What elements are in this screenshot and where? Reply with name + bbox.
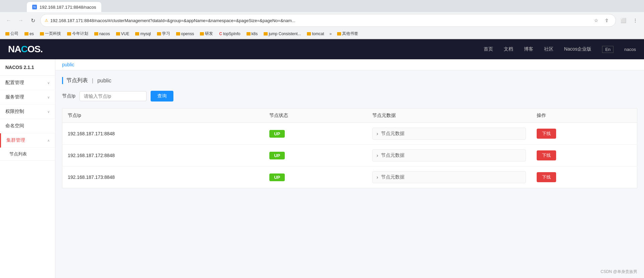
expand-arrow-icon: › (377, 131, 378, 136)
search-button[interactable]: 查询 (151, 91, 173, 101)
sidebar-item-auth[interactable]: 权限控制 ∨ (0, 105, 55, 119)
csdn-icon: C (219, 31, 222, 36)
meta-data-label-3: 节点元数据 (381, 174, 405, 180)
more-bookmarks-button[interactable]: » (327, 31, 334, 37)
expand-arrow-icon: › (377, 153, 378, 158)
search-label: 节点Ip (62, 93, 75, 99)
bookmark-study[interactable]: 学习 (154, 30, 173, 37)
bookmark-label: tomcat (312, 31, 324, 36)
page-title: 节点列表 (66, 77, 88, 84)
browser-tabs-bar: N 192.168.187.171:8848/nacos (0, 0, 644, 12)
bookmark-k8s[interactable]: k8s (244, 31, 261, 37)
bookmark-label: mysql (140, 31, 151, 36)
node-meta-3: › 节点元数据 (367, 166, 531, 188)
status-badge-2: UP (269, 152, 285, 159)
nav-blog[interactable]: 博客 (524, 46, 533, 52)
tab-favicon: N (32, 5, 37, 9)
bookmark-label: 今年计划 (72, 31, 88, 37)
bookmark-star-button[interactable]: ☆ (591, 16, 601, 25)
lock-icon: ⚠ (45, 18, 48, 23)
breadcrumb-namespace: public (62, 62, 74, 67)
node-action-3: 下线 (531, 166, 637, 188)
main-content: public 节点列表 | public 节点Ip 查询 (55, 59, 644, 278)
bookmark-label: 研发 (205, 31, 213, 37)
folder-icon (247, 32, 251, 36)
bookmark-mysql[interactable]: mysql (132, 31, 153, 37)
nav-docs[interactable]: 文档 (504, 46, 513, 52)
sidebar-label-namespace: 命名空间 (5, 123, 24, 129)
bookmark-label: nacos (99, 31, 110, 36)
folder-icon (264, 32, 268, 36)
bookmark-other[interactable]: 其他书签 (334, 30, 361, 37)
bookmark-label: topSpInfo (223, 31, 240, 36)
tab-title: 192.168.187.171:8848/nacos (40, 5, 96, 10)
nav-community[interactable]: 社区 (544, 46, 553, 52)
meta-data-box-2[interactable]: › 节点元数据 (372, 149, 526, 161)
node-ip-input[interactable] (79, 91, 147, 101)
sidebar-label-config: 配置管理 (5, 80, 24, 86)
share-button[interactable]: ⇪ (602, 16, 611, 25)
bookmark-nacos[interactable]: nacos (92, 31, 113, 37)
folder-icon (176, 32, 180, 36)
menu-button[interactable]: ⋮ (631, 16, 640, 25)
bookmark-label: 公司 (10, 31, 18, 37)
table-row: 192.168.187.172:8848 UP › 节点元数据 (62, 145, 637, 166)
back-button[interactable]: ← (4, 16, 13, 25)
offline-button-1[interactable]: 下线 (537, 129, 556, 139)
bar-icons: ☆ ⇪ (591, 16, 611, 25)
node-meta-1: › 节点元数据 (367, 123, 531, 145)
folder-icon (67, 32, 71, 36)
meta-data-box-3[interactable]: › 节点元数据 (372, 171, 526, 183)
bookmark-label: k8s (252, 31, 258, 36)
chevron-down-icon: ∨ (47, 95, 50, 99)
bookmark-jump[interactable]: jump Consistent... (261, 31, 304, 37)
folder-icon (94, 32, 98, 36)
user-button[interactable]: nacos (624, 47, 636, 52)
folder-icon (135, 32, 139, 36)
search-bar: 节点Ip 查询 (62, 91, 637, 101)
folder-icon (24, 32, 29, 36)
bookmark-yiye[interactable]: 一页科技 (37, 30, 64, 37)
breadcrumb-bar: public (55, 59, 644, 70)
bookmark-openss[interactable]: openss (173, 31, 197, 37)
bookmark-es[interactable]: es (22, 31, 37, 37)
page-namespace-label: public (97, 78, 111, 84)
meta-data-label-1: 节点元数据 (381, 131, 405, 137)
nav-enterprise[interactable]: Nacos企业版 (564, 46, 592, 52)
bookmark-gongsi[interactable]: 公司 (3, 30, 21, 37)
bookmark-plan[interactable]: 今年计划 (64, 30, 91, 37)
status-badge-1: UP (269, 130, 285, 138)
active-tab[interactable]: N 192.168.187.171:8848/nacos (27, 2, 101, 12)
chevron-up-icon: ∧ (47, 139, 50, 142)
meta-data-box-1[interactable]: › 节点元数据 (372, 128, 526, 140)
sidebar-item-service[interactable]: 服务管理 ∨ (0, 90, 55, 105)
sidebar-item-namespace[interactable]: 命名空间 (0, 119, 55, 133)
table-header-row: 节点Ip 节点状态 节点元数据 操作 (62, 109, 637, 123)
folder-icon (116, 32, 120, 36)
address-text: 192.168.187.171:8848/nacos/#/clusterMana… (50, 18, 589, 23)
address-bar[interactable]: ⚠ 192.168.187.171:8848/nacos/#/clusterMa… (40, 14, 616, 27)
forward-button[interactable]: → (16, 16, 25, 25)
bookmark-vue[interactable]: VUE (113, 31, 132, 37)
folder-icon (337, 32, 341, 36)
nav-home[interactable]: 首页 (484, 46, 493, 52)
offline-button-3[interactable]: 下线 (537, 172, 556, 182)
refresh-button[interactable]: ↻ (28, 16, 38, 25)
table-row: 192.168.187.173:8848 UP › 节点元数据 (62, 166, 637, 188)
sidebar-item-config[interactable]: 配置管理 ∨ (0, 76, 55, 90)
bookmark-label: 其他书签 (342, 31, 358, 37)
header-nav: 首页 文档 博客 社区 Nacos企业版 En nacos (484, 46, 636, 53)
sidebar-item-node-list[interactable]: 节点列表 (0, 148, 55, 161)
content-area: 节点列表 | public 节点Ip 查询 节点Ip 节点状态 (55, 70, 644, 195)
nodes-table: 节点Ip 节点状态 节点元数据 操作 192.168.187.171:8848 … (62, 108, 637, 188)
browser-bar: ← → ↻ ⚠ 192.168.187.171:8848/nacos/#/clu… (0, 12, 644, 29)
sidebar-item-cluster[interactable]: 集群管理 ∧ (0, 133, 55, 148)
bookmark-tomcat[interactable]: tomcat (304, 31, 327, 37)
bookmark-topspinfo[interactable]: C topSpInfo (216, 31, 243, 37)
app-wrapper: NACOS. 首页 文档 博客 社区 Nacos企业版 En nacos NAC… (0, 39, 644, 278)
lang-button[interactable]: En (602, 46, 613, 53)
offline-button-2[interactable]: 下线 (537, 150, 556, 160)
window-button[interactable]: ⬜ (619, 16, 628, 25)
folder-icon (157, 32, 161, 36)
bookmark-research[interactable]: 研发 (197, 30, 216, 37)
